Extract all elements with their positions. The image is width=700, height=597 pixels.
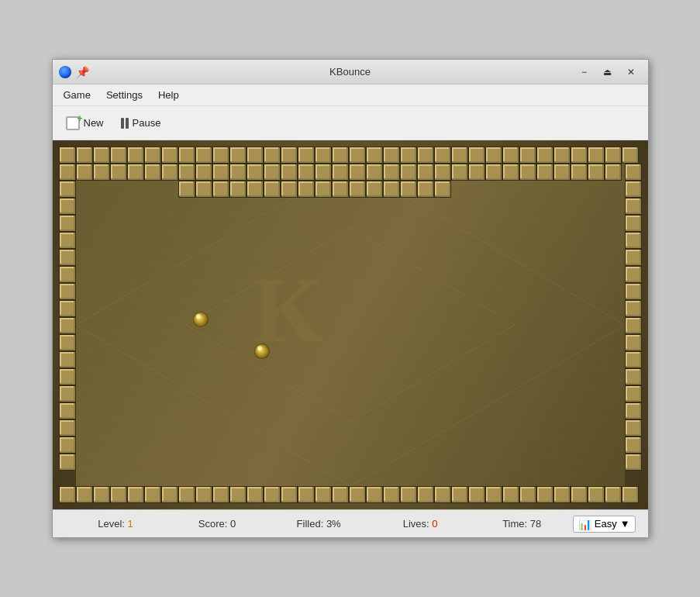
- main-window: 📌 KBounce − ⏏ ✕ Game Settings Help New P…: [52, 59, 649, 538]
- game-canvas: [53, 140, 648, 509]
- new-icon: [66, 116, 80, 130]
- new-button[interactable]: New: [59, 112, 111, 134]
- filled-status: Filled: 3%: [268, 518, 370, 530]
- pause-label: Pause: [133, 117, 161, 129]
- restore-button[interactable]: ⏏: [597, 64, 619, 80]
- titlebar: 📌 KBounce − ⏏ ✕: [53, 60, 648, 85]
- level-value: 1: [128, 518, 133, 530]
- statusbar: Level: 1 Score: 0 Filled: 3% Lives: 0 Ti…: [53, 509, 648, 537]
- menubar: Game Settings Help: [53, 85, 648, 106]
- time-status: Time: 78: [471, 518, 573, 530]
- minimize-button[interactable]: −: [574, 64, 595, 80]
- difficulty-icon: 📊: [578, 518, 591, 530]
- menu-game[interactable]: Game: [56, 87, 98, 103]
- filled-value: 3%: [326, 518, 341, 530]
- pause-icon: [121, 118, 129, 129]
- score-value: 0: [230, 518, 236, 530]
- app-icon: [59, 66, 71, 78]
- menu-help[interactable]: Help: [150, 87, 187, 103]
- game-area[interactable]: [53, 140, 648, 509]
- lives-value: 0: [432, 518, 437, 530]
- window-controls: − ⏏ ✕: [574, 64, 642, 80]
- level-status: Level: 1: [65, 518, 167, 530]
- lives-status: Lives: 0: [370, 518, 471, 530]
- close-button[interactable]: ✕: [620, 64, 642, 80]
- time-value: 78: [530, 518, 541, 530]
- window-title: KBounce: [329, 66, 371, 78]
- pause-button[interactable]: Pause: [114, 113, 168, 133]
- score-status: Score: 0: [167, 518, 268, 530]
- difficulty-select[interactable]: 📊 Easy ▼: [573, 516, 636, 533]
- toolbar: New Pause: [53, 106, 648, 140]
- difficulty-value: Easy: [595, 518, 617, 530]
- new-label: New: [84, 117, 104, 129]
- menu-settings[interactable]: Settings: [98, 87, 150, 103]
- pin-icon[interactable]: 📌: [76, 66, 89, 78]
- dropdown-arrow: ▼: [620, 518, 630, 530]
